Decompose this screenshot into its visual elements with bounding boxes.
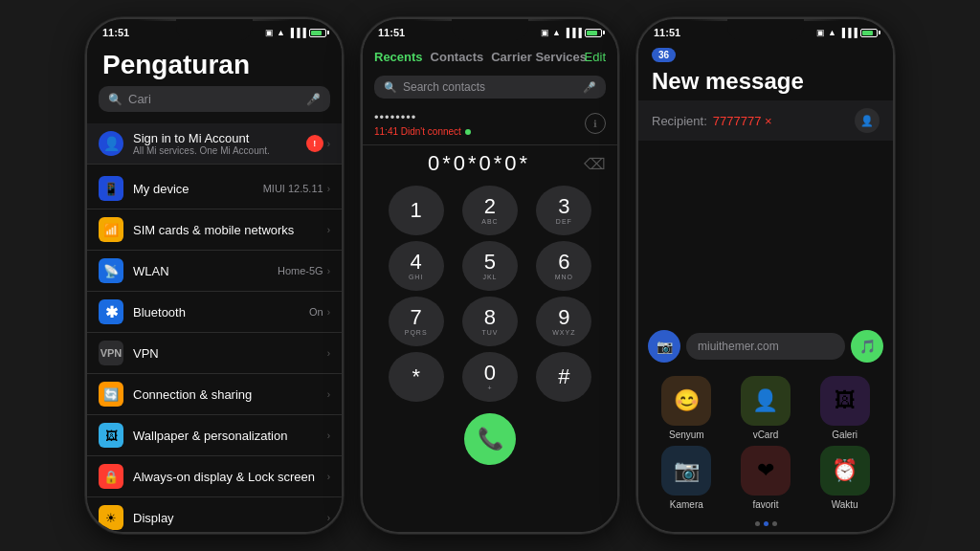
camera-button[interactable]: 📷 [648, 330, 680, 363]
aod-right: › [327, 472, 330, 482]
key-star[interactable]: * [389, 352, 444, 402]
sim-content: SIM cards & mobile networks [133, 223, 318, 237]
wifi-icon-3: ▲ [828, 28, 836, 37]
call-info: •••••••• 11:41 Didn't connect [374, 110, 585, 137]
settings-item-vpn[interactable]: VPN VPN › [87, 333, 342, 374]
sim-icon-item: 📶 [99, 217, 123, 242]
settings-item-mydevice[interactable]: 📱 My device MIUI 12.5.11 › [87, 168, 342, 209]
pag-dot-1 [755, 521, 760, 526]
key-6[interactable]: 6MNO [536, 241, 591, 291]
wifi-icon-2: ▲ [552, 28, 561, 37]
bluetooth-value: On [309, 306, 323, 318]
dialer-search-input[interactable]: Search contacts [403, 80, 577, 94]
settings-item-aod[interactable]: 🔒 Always-on display & Lock screen › [87, 456, 342, 497]
bluetooth-label: Bluetooth [133, 305, 300, 320]
call-action-row: 📞 [363, 408, 617, 473]
phone-messages: 11:51 ▣ ▲ ▐▐▐ 36 New message Recipient: … [636, 17, 895, 534]
account-item[interactable]: 👤 Sign in to Mi Account All Mi services.… [87, 123, 342, 165]
dialer-tabs: Recents Contacts Carrier Services Edit [363, 42, 617, 72]
call-button[interactable]: 📞 [464, 413, 516, 465]
app-item-kamera[interactable]: 📷 Kamera [650, 446, 724, 510]
app-label-waktu: Waktu [832, 499, 858, 510]
aod-content: Always-on display & Lock screen [133, 470, 318, 484]
status-icons-1: ▣ ▲ ▐▐▐ [265, 28, 326, 37]
key-3[interactable]: 3DEF [536, 186, 591, 235]
app-icon-vcard: 👤 [741, 376, 791, 426]
app-grid: 😊 Senyum 👤 vCard 🖼 Galeri 📷 Kamera ❤ fav… [638, 368, 893, 518]
recipient-value[interactable]: 7777777 × [713, 114, 849, 128]
settings-item-wlan[interactable]: 📡 WLAN Home-5G › [87, 251, 342, 292]
sim-icon-3: ▣ [816, 28, 825, 37]
settings-search-bar[interactable]: 🔍 Cari 🎤 [99, 86, 330, 112]
back-button[interactable]: 36 [652, 48, 676, 62]
connection-label: Connection & sharing [133, 387, 318, 402]
settings-item-sim[interactable]: 📶 SIM cards & mobile networks › [87, 209, 342, 251]
wallpaper-icon: 🖼 [99, 423, 123, 448]
message-text-input[interactable]: miuithemer.com [686, 333, 845, 360]
chevron-icon-mydevice: › [327, 184, 330, 194]
chevron-icon-bluetooth: › [327, 307, 330, 318]
settings-list: 👤 Sign in to Mi Account All Mi services.… [87, 120, 342, 532]
app-icon-galeri: 🖼 [820, 376, 870, 426]
tab-contacts[interactable]: Contacts [431, 46, 484, 68]
bluetooth-content: Bluetooth [133, 305, 300, 320]
app-item-senyum[interactable]: 😊 Senyum [650, 376, 724, 440]
key-4[interactable]: 4GHI [389, 241, 444, 291]
settings-item-wallpaper[interactable]: 🖼 Wallpaper & personalization › [87, 415, 342, 456]
notch-2 [452, 19, 528, 40]
settings-item-connection[interactable]: 🔄 Connection & sharing › [87, 374, 342, 415]
recipient-avatar: 👤 [855, 108, 880, 133]
aod-icon: 🔒 [99, 464, 123, 489]
recent-call-item[interactable]: •••••••• 11:41 Didn't connect ℹ [363, 102, 617, 145]
call-detail: 11:41 Didn't connect [374, 126, 585, 137]
notch [176, 19, 253, 40]
aod-label: Always-on display & Lock screen [133, 470, 318, 484]
key-5[interactable]: 5JKL [462, 241, 518, 291]
key-7[interactable]: 7PQRS [389, 297, 444, 346]
key-0[interactable]: 0+ [462, 352, 518, 402]
sim-label: SIM cards & mobile networks [133, 223, 318, 237]
connection-content: Connection & sharing [133, 387, 318, 402]
wlan-value: Home-5G [278, 265, 323, 276]
app-item-vcard[interactable]: 👤 vCard [729, 376, 803, 440]
display-content: Display [133, 511, 318, 525]
dialer-edit-button[interactable]: Edit [585, 50, 606, 64]
key-2[interactable]: 2ABC [462, 186, 518, 235]
messages-header: 36 [638, 42, 893, 68]
app-item-favorit[interactable]: ❤ favorit [729, 446, 803, 510]
battery-icon-3 [860, 29, 878, 37]
settings-item-display[interactable]: ☀ Display › [87, 497, 342, 532]
settings-title: Pengaturan [87, 42, 342, 86]
backspace-button[interactable]: ⌫ [584, 155, 606, 173]
dialer-search-bar[interactable]: 🔍 Search contacts 🎤 [374, 76, 606, 99]
status-time-1: 11:51 [102, 27, 129, 38]
messages-screen: 36 New message Recipient: 7777777 × 👤 📷 … [638, 42, 893, 532]
chevron-icon-display: › [327, 513, 330, 523]
mydevice-content: My device [133, 182, 254, 196]
mydevice-label: My device [133, 182, 254, 196]
tab-carrier[interactable]: Carrier Services [491, 46, 587, 68]
recipient-label: Recipient: [652, 114, 707, 128]
mydevice-icon: 📱 [99, 176, 123, 201]
chevron-icon-connection: › [327, 389, 330, 400]
wallpaper-content: Wallpaper & personalization [133, 429, 318, 443]
key-8[interactable]: 8TUV [462, 297, 518, 346]
app-icon-favorit: ❤ [741, 446, 791, 496]
wlan-label: WLAN [133, 264, 268, 278]
settings-search-input[interactable]: Cari [128, 92, 301, 106]
account-badge: ! [306, 135, 323, 152]
chevron-icon-wlan: › [327, 266, 330, 276]
status-icons-3: ▣ ▲ ▐▐▐ [816, 28, 878, 37]
audio-button[interactable]: 🎵 [851, 330, 883, 363]
app-item-galeri[interactable]: 🖼 Galeri [808, 376, 881, 440]
search-icon: 🔍 [108, 93, 122, 106]
call-number: •••••••• [374, 110, 585, 124]
settings-item-bluetooth[interactable]: ✱ Bluetooth On › [87, 292, 342, 333]
key-hash[interactable]: # [536, 352, 591, 402]
key-9[interactable]: 9WXYZ [536, 297, 591, 346]
signal-icon-2: ▐▐▐ [564, 28, 582, 37]
call-info-icon[interactable]: ℹ [585, 113, 606, 134]
app-item-waktu[interactable]: ⏰ Waktu [808, 446, 881, 510]
tab-recents[interactable]: Recents [374, 46, 423, 68]
key-1[interactable]: 1 [389, 186, 444, 235]
